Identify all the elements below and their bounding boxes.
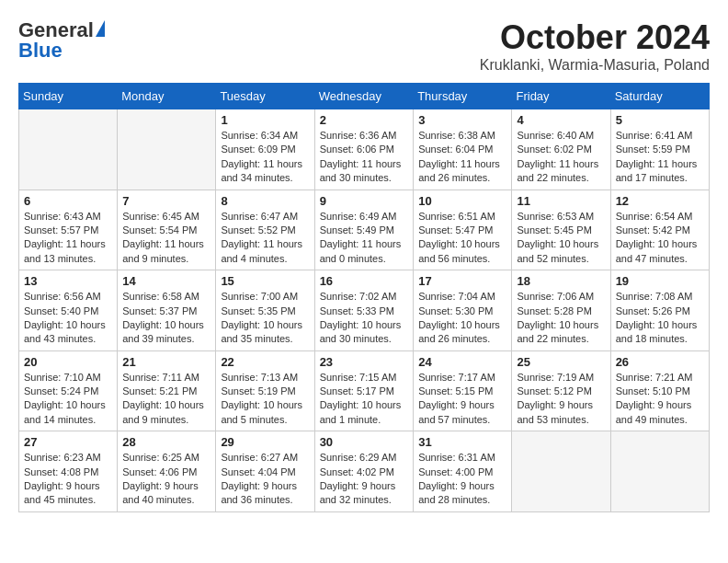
day-info: Sunrise: 7:06 AMSunset: 5:28 PMDaylight:… bbox=[517, 290, 605, 347]
day-number: 16 bbox=[320, 274, 409, 288]
day-number: 15 bbox=[221, 274, 309, 288]
day-info: Sunrise: 6:56 AMSunset: 5:40 PMDaylight:… bbox=[24, 290, 112, 347]
day-number: 3 bbox=[418, 113, 506, 127]
calendar-cell: 27Sunrise: 6:23 AMSunset: 4:08 PMDayligh… bbox=[19, 431, 118, 512]
day-number: 18 bbox=[517, 274, 605, 288]
day-number: 4 bbox=[517, 113, 605, 127]
calendar-cell: 16Sunrise: 7:02 AMSunset: 5:33 PMDayligh… bbox=[314, 270, 414, 351]
day-info: Sunrise: 7:13 AMSunset: 5:19 PMDaylight:… bbox=[221, 371, 309, 428]
day-number: 26 bbox=[616, 355, 704, 369]
day-number: 20 bbox=[24, 355, 112, 369]
day-info: Sunrise: 7:02 AMSunset: 5:33 PMDaylight:… bbox=[320, 290, 409, 347]
day-info: Sunrise: 6:40 AMSunset: 6:02 PMDaylight:… bbox=[517, 129, 605, 186]
calendar-week-row-0: 1Sunrise: 6:34 AMSunset: 6:09 PMDaylight… bbox=[19, 109, 710, 190]
day-info: Sunrise: 6:58 AMSunset: 5:37 PMDaylight:… bbox=[122, 290, 210, 347]
calendar-cell: 9Sunrise: 6:49 AMSunset: 5:49 PMDaylight… bbox=[314, 190, 414, 270]
calendar-cell bbox=[19, 109, 118, 190]
day-info: Sunrise: 6:49 AMSunset: 5:49 PMDaylight:… bbox=[320, 210, 409, 267]
calendar-cell: 20Sunrise: 7:10 AMSunset: 5:24 PMDayligh… bbox=[19, 350, 118, 431]
weekday-header-saturday: Saturday bbox=[610, 84, 709, 109]
calendar-cell: 31Sunrise: 6:31 AMSunset: 4:00 PMDayligh… bbox=[414, 431, 512, 512]
day-number: 30 bbox=[320, 435, 409, 449]
calendar-cell: 30Sunrise: 6:29 AMSunset: 4:02 PMDayligh… bbox=[314, 431, 414, 512]
day-info: Sunrise: 7:08 AMSunset: 5:26 PMDaylight:… bbox=[616, 290, 704, 347]
calendar-cell: 4Sunrise: 6:40 AMSunset: 6:02 PMDaylight… bbox=[512, 109, 610, 190]
month-title: October 2024 bbox=[480, 18, 710, 57]
weekday-header-wednesday: Wednesday bbox=[314, 84, 414, 109]
day-number: 17 bbox=[418, 274, 506, 288]
location-text: Kruklanki, Warmia-Masuria, Poland bbox=[480, 57, 710, 74]
calendar-cell: 24Sunrise: 7:17 AMSunset: 5:15 PMDayligh… bbox=[414, 350, 512, 431]
day-info: Sunrise: 6:29 AMSunset: 4:02 PMDaylight:… bbox=[320, 451, 409, 508]
day-info: Sunrise: 7:17 AMSunset: 5:15 PMDaylight:… bbox=[418, 371, 506, 428]
calendar-cell: 26Sunrise: 7:21 AMSunset: 5:10 PMDayligh… bbox=[610, 350, 709, 431]
day-info: Sunrise: 6:47 AMSunset: 5:52 PMDaylight:… bbox=[221, 210, 309, 267]
calendar-cell: 12Sunrise: 6:54 AMSunset: 5:42 PMDayligh… bbox=[610, 190, 709, 270]
day-number: 5 bbox=[616, 113, 704, 127]
calendar-cell: 15Sunrise: 7:00 AMSunset: 5:35 PMDayligh… bbox=[216, 270, 314, 351]
day-number: 14 bbox=[122, 274, 210, 288]
day-info: Sunrise: 6:45 AMSunset: 5:54 PMDaylight:… bbox=[122, 210, 210, 267]
calendar-cell: 17Sunrise: 7:04 AMSunset: 5:30 PMDayligh… bbox=[414, 270, 512, 351]
day-number: 29 bbox=[221, 435, 309, 449]
weekday-header-thursday: Thursday bbox=[414, 84, 512, 109]
day-info: Sunrise: 6:25 AMSunset: 4:06 PMDaylight:… bbox=[122, 451, 210, 508]
day-info: Sunrise: 6:38 AMSunset: 6:04 PMDaylight:… bbox=[418, 129, 506, 186]
day-info: Sunrise: 7:00 AMSunset: 5:35 PMDaylight:… bbox=[221, 290, 309, 347]
day-info: Sunrise: 7:21 AMSunset: 5:10 PMDaylight:… bbox=[616, 371, 704, 428]
day-info: Sunrise: 6:34 AMSunset: 6:09 PMDaylight:… bbox=[221, 129, 309, 186]
day-number: 2 bbox=[320, 113, 409, 127]
calendar-cell: 25Sunrise: 7:19 AMSunset: 5:12 PMDayligh… bbox=[512, 350, 610, 431]
calendar-cell: 19Sunrise: 7:08 AMSunset: 5:26 PMDayligh… bbox=[610, 270, 709, 351]
calendar-cell: 14Sunrise: 6:58 AMSunset: 5:37 PMDayligh… bbox=[118, 270, 216, 351]
calendar-week-row-4: 27Sunrise: 6:23 AMSunset: 4:08 PMDayligh… bbox=[19, 431, 710, 512]
day-number: 24 bbox=[418, 355, 506, 369]
calendar-cell: 18Sunrise: 7:06 AMSunset: 5:28 PMDayligh… bbox=[512, 270, 610, 351]
day-number: 13 bbox=[24, 274, 112, 288]
calendar-cell: 13Sunrise: 6:56 AMSunset: 5:40 PMDayligh… bbox=[19, 270, 118, 351]
day-number: 8 bbox=[221, 194, 309, 208]
weekday-header-monday: Monday bbox=[118, 84, 216, 109]
day-info: Sunrise: 7:04 AMSunset: 5:30 PMDaylight:… bbox=[418, 290, 506, 347]
day-number: 10 bbox=[418, 194, 506, 208]
calendar-cell: 11Sunrise: 6:53 AMSunset: 5:45 PMDayligh… bbox=[512, 190, 610, 270]
calendar-week-row-3: 20Sunrise: 7:10 AMSunset: 5:24 PMDayligh… bbox=[19, 350, 710, 431]
calendar-cell: 3Sunrise: 6:38 AMSunset: 6:04 PMDaylight… bbox=[414, 109, 512, 190]
weekday-header-friday: Friday bbox=[512, 84, 610, 109]
day-number: 22 bbox=[221, 355, 309, 369]
calendar-week-row-1: 6Sunrise: 6:43 AMSunset: 5:57 PMDaylight… bbox=[19, 190, 710, 270]
day-info: Sunrise: 7:10 AMSunset: 5:24 PMDaylight:… bbox=[24, 371, 112, 428]
calendar-cell bbox=[512, 431, 610, 512]
logo-blue-text: Blue bbox=[18, 39, 63, 63]
calendar-cell: 8Sunrise: 6:47 AMSunset: 5:52 PMDaylight… bbox=[216, 190, 314, 270]
day-info: Sunrise: 6:23 AMSunset: 4:08 PMDaylight:… bbox=[24, 451, 112, 508]
day-info: Sunrise: 7:19 AMSunset: 5:12 PMDaylight:… bbox=[517, 371, 605, 428]
day-number: 21 bbox=[122, 355, 210, 369]
day-info: Sunrise: 7:15 AMSunset: 5:17 PMDaylight:… bbox=[320, 371, 409, 428]
calendar-cell: 23Sunrise: 7:15 AMSunset: 5:17 PMDayligh… bbox=[314, 350, 414, 431]
day-number: 9 bbox=[320, 194, 409, 208]
calendar-cell bbox=[610, 431, 709, 512]
logo-triangle-icon bbox=[96, 20, 105, 37]
calendar-cell: 21Sunrise: 7:11 AMSunset: 5:21 PMDayligh… bbox=[118, 350, 216, 431]
title-block: October 2024 Kruklanki, Warmia-Masuria, … bbox=[480, 18, 710, 74]
day-info: Sunrise: 6:41 AMSunset: 5:59 PMDaylight:… bbox=[616, 129, 704, 186]
day-number: 25 bbox=[517, 355, 605, 369]
day-number: 1 bbox=[221, 113, 309, 127]
day-number: 6 bbox=[24, 194, 112, 208]
calendar-cell: 10Sunrise: 6:51 AMSunset: 5:47 PMDayligh… bbox=[414, 190, 512, 270]
calendar-cell: 7Sunrise: 6:45 AMSunset: 5:54 PMDaylight… bbox=[118, 190, 216, 270]
day-number: 19 bbox=[616, 274, 704, 288]
day-number: 28 bbox=[122, 435, 210, 449]
page-header: General Blue October 2024 Kruklanki, War… bbox=[18, 18, 710, 74]
day-info: Sunrise: 6:51 AMSunset: 5:47 PMDaylight:… bbox=[418, 210, 506, 267]
day-number: 23 bbox=[320, 355, 409, 369]
day-info: Sunrise: 6:31 AMSunset: 4:00 PMDaylight:… bbox=[418, 451, 506, 508]
calendar-table: SundayMondayTuesdayWednesdayThursdayFrid… bbox=[18, 83, 710, 512]
day-number: 31 bbox=[418, 435, 506, 449]
day-info: Sunrise: 6:43 AMSunset: 5:57 PMDaylight:… bbox=[24, 210, 112, 267]
day-info: Sunrise: 6:54 AMSunset: 5:42 PMDaylight:… bbox=[616, 210, 704, 267]
weekday-header-row: SundayMondayTuesdayWednesdayThursdayFrid… bbox=[19, 84, 710, 109]
calendar-week-row-2: 13Sunrise: 6:56 AMSunset: 5:40 PMDayligh… bbox=[19, 270, 710, 351]
calendar-cell: 22Sunrise: 7:13 AMSunset: 5:19 PMDayligh… bbox=[216, 350, 314, 431]
